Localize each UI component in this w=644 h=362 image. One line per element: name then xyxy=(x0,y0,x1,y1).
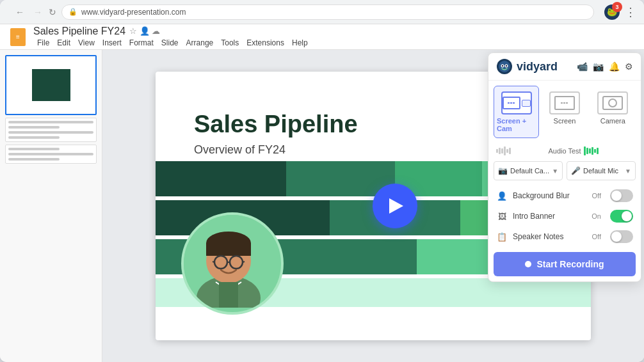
forward-button[interactable]: → xyxy=(31,6,45,19)
speaker-notes-state: Off xyxy=(592,233,601,240)
camera-dropdown-arrow: ▼ xyxy=(552,168,558,175)
sc-monitor xyxy=(503,97,520,109)
bar-seg xyxy=(156,161,286,196)
thumb-line-short xyxy=(8,158,60,161)
menu-insert[interactable]: Insert xyxy=(99,37,125,49)
mic-dropdown[interactable]: 🎤 Default Mic ▼ xyxy=(567,161,636,180)
menu-format[interactable]: Format xyxy=(125,37,157,49)
svg-line-9 xyxy=(243,262,245,262)
audio-test-label: Audio Test xyxy=(548,147,581,155)
play-button[interactable] xyxy=(373,184,417,228)
notification-badge: 3 xyxy=(612,2,622,12)
menu-help[interactable]: Help xyxy=(288,37,312,49)
camera-dropdown-text: Default Ca... xyxy=(510,167,549,175)
browser-topbar: ← → ↻ 🔒 www.vidyard-presentation.com 🐸 3… xyxy=(0,0,644,24)
camera-dropdown[interactable]: 📷 Default Ca... ▼ xyxy=(494,161,563,180)
lock-icon: 🔒 xyxy=(68,8,77,16)
background-blur-toggle[interactable] xyxy=(610,189,633,202)
thumb-line-short xyxy=(8,126,60,129)
mode-screen[interactable]: Screen xyxy=(542,86,587,138)
thumb-line xyxy=(8,153,93,155)
intro-banner-toggle[interactable] xyxy=(610,210,633,223)
person-svg xyxy=(184,215,273,308)
camera-mode-icon xyxy=(597,91,628,114)
record-dot xyxy=(525,261,531,267)
vidyard-header-icons: 📹 📷 🔔 ⚙ xyxy=(577,61,633,72)
mode-label-screen: Screen xyxy=(554,117,576,125)
address-bar[interactable]: 🔒 www.vidyard-presentation.com xyxy=(61,4,594,20)
sc-cam-small xyxy=(522,100,531,107)
mode-camera[interactable]: Camera xyxy=(590,86,636,138)
bell-icon[interactable]: 🔔 xyxy=(609,61,620,72)
start-recording-button[interactable]: Start Recording xyxy=(494,252,636,276)
menu-arrange[interactable]: Arrange xyxy=(182,37,218,49)
audio-bars-right xyxy=(584,146,633,156)
s-monitor xyxy=(554,96,575,110)
vidyard-header: vidyard 📹 📷 🔔 ⚙ xyxy=(488,53,641,81)
mic-dropdown-arrow: ▼ xyxy=(625,168,631,175)
svg-point-15 xyxy=(502,65,503,67)
s-monitor-dots xyxy=(561,102,568,104)
recording-modes: Screen + Cam Screen xyxy=(488,81,641,143)
mic-dropdown-text: Default Mic xyxy=(583,167,622,175)
more-options-button[interactable]: ⋮ xyxy=(625,4,636,20)
vidyard-logo: vidyard xyxy=(496,58,558,75)
speaker-notes-label: Speaker Notes xyxy=(513,232,587,241)
toggle-knob xyxy=(611,191,622,201)
video-icon[interactable]: 📹 xyxy=(577,61,588,72)
svg-point-12 xyxy=(499,61,510,72)
toggle-intro-banner: 🖼 Intro Banner On xyxy=(488,206,641,226)
svg-rect-4 xyxy=(206,243,251,256)
intro-banner-label: Intro Banner xyxy=(513,212,586,221)
menu-view[interactable]: View xyxy=(74,37,99,49)
thumb-green-block xyxy=(32,69,70,101)
url-text: www.vidyard-presentation.com xyxy=(81,8,186,17)
slide-thumb-3[interactable] xyxy=(5,145,97,164)
doc-title-text: Sales Pipeline FY24 xyxy=(33,26,125,37)
menu-edit[interactable]: Edit xyxy=(53,37,74,49)
sc-monitor-dots xyxy=(508,102,515,104)
slide-text-area: Sales Pipeline Overview of FY24 xyxy=(194,110,358,157)
browser-actions: 🐸 3 ⋮ xyxy=(604,4,636,20)
menu-tools[interactable]: Tools xyxy=(217,37,243,49)
browser-window: ← → ↻ 🔒 www.vidyard-presentation.com 🐸 3… xyxy=(0,0,644,362)
slides-panel xyxy=(0,50,102,362)
menu-slide[interactable]: Slide xyxy=(157,37,182,49)
slide-thumb-2[interactable] xyxy=(5,118,97,142)
avatar-circle xyxy=(181,212,284,315)
mic-dropdown-icon: 🎤 xyxy=(571,166,581,175)
vidyard-logo-icon xyxy=(496,58,513,75)
vidyard-logo-text: vidyard xyxy=(517,60,558,74)
thumb-line-short xyxy=(8,148,60,150)
camera-dropdown-icon: 📷 xyxy=(498,166,508,175)
nav-buttons: ← → ↻ xyxy=(13,6,56,19)
speaker-notes-toggle[interactable] xyxy=(610,230,633,243)
menu-file[interactable]: File xyxy=(33,37,53,49)
app-bar: ≡ Sales Pipeline FY24 ☆ 👤 ☁ File Edit Vi… xyxy=(0,24,644,50)
background-blur-icon: 👤 xyxy=(496,190,508,201)
toggle-knob xyxy=(611,232,622,242)
thumb-line-short xyxy=(8,136,60,139)
doc-title: Sales Pipeline FY24 ☆ 👤 ☁ xyxy=(33,26,312,37)
record-label: Start Recording xyxy=(536,259,604,269)
intro-banner-state: On xyxy=(592,212,601,220)
toggle-knob xyxy=(622,211,632,221)
slide-subhead: Overview of FY24 xyxy=(194,143,358,157)
audio-bars-left xyxy=(496,146,545,156)
menu-extensions[interactable]: Extensions xyxy=(243,37,288,49)
settings-icon[interactable]: ⚙ xyxy=(625,61,633,72)
doc-icon-letter: ≡ xyxy=(16,33,20,40)
c-cam xyxy=(602,96,623,110)
background-blur-label: Background Blur xyxy=(513,191,587,200)
slide-thumb-1[interactable] xyxy=(5,55,97,115)
play-triangle xyxy=(389,198,403,214)
back-button[interactable]: ← xyxy=(13,6,27,19)
thumb-line xyxy=(8,121,93,123)
screen-cam-icon xyxy=(501,91,532,114)
camera-icon[interactable]: 📷 xyxy=(593,61,604,72)
vidyard-extension-icon[interactable]: 🐸 3 xyxy=(604,4,620,20)
svg-rect-10 xyxy=(219,282,238,308)
reload-button[interactable]: ↻ xyxy=(49,6,56,19)
mode-screen-cam[interactable]: Screen + Cam xyxy=(494,86,539,138)
device-dropdowns: 📷 Default Ca... ▼ 🎤 Default Mic ▼ xyxy=(488,161,641,185)
